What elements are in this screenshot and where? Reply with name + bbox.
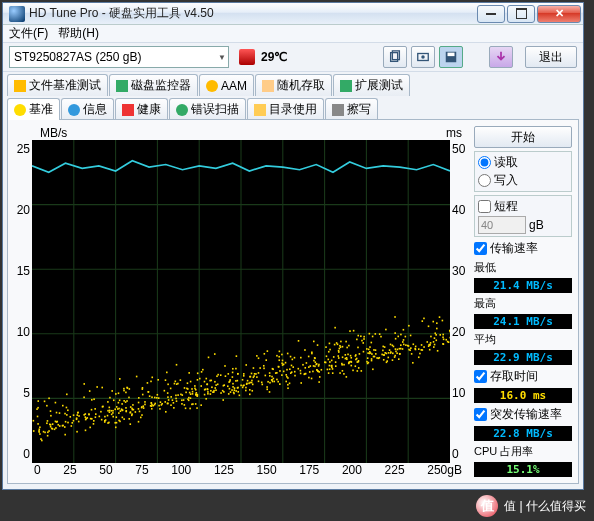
svg-rect-324 <box>222 399 224 401</box>
svg-rect-475 <box>128 418 130 420</box>
svg-rect-264 <box>359 353 361 355</box>
svg-rect-567 <box>289 382 291 384</box>
chk-burst[interactable]: 突发传输速率 <box>474 406 572 423</box>
svg-rect-564 <box>309 371 311 373</box>
svg-rect-20 <box>130 423 132 425</box>
drive-select-value: ST9250827AS (250 gB) <box>14 50 141 64</box>
svg-rect-323 <box>166 372 168 374</box>
min-value: 21.4 MB/s <box>474 278 572 293</box>
svg-rect-471 <box>428 325 430 327</box>
drive-select[interactable]: ST9250827AS (250 gB) ▼ <box>9 46 229 68</box>
radio-write[interactable]: 写入 <box>478 172 568 189</box>
svg-rect-28 <box>272 381 274 383</box>
svg-rect-83 <box>419 353 421 355</box>
tab-disk-monitor[interactable]: 磁盘监控器 <box>109 74 198 96</box>
svg-rect-223 <box>243 373 245 375</box>
maximize-button[interactable] <box>507 5 535 23</box>
svg-rect-343 <box>310 365 312 367</box>
svg-rect-505 <box>89 390 91 392</box>
svg-rect-304 <box>306 362 308 364</box>
svg-rect-169 <box>255 373 257 375</box>
svg-rect-498 <box>59 425 61 427</box>
svg-rect-674 <box>37 400 39 402</box>
svg-rect-31 <box>298 340 300 342</box>
svg-rect-648 <box>272 368 274 370</box>
menu-help[interactable]: 帮助(H) <box>58 25 99 42</box>
svg-rect-550 <box>232 386 234 388</box>
svg-rect-529 <box>409 349 411 351</box>
svg-rect-29 <box>258 357 260 359</box>
svg-rect-712 <box>151 405 153 407</box>
svg-rect-364 <box>214 353 216 355</box>
chart-plot <box>32 140 450 463</box>
svg-rect-691 <box>38 431 40 433</box>
chk-access[interactable]: 存取时间 <box>474 368 572 385</box>
menu-file[interactable]: 文件(F) <box>9 25 48 42</box>
tab-extra-tests[interactable]: 扩展测试 <box>333 74 410 96</box>
svg-rect-164 <box>360 335 362 337</box>
save-button[interactable] <box>439 46 463 68</box>
chk-short[interactable]: 短程 <box>478 198 568 215</box>
svg-rect-588 <box>247 380 249 382</box>
svg-rect-53 <box>228 393 230 395</box>
svg-rect-151 <box>285 381 287 383</box>
y-right-ticks: 50403020100 <box>450 140 468 463</box>
svg-rect-670 <box>95 416 97 418</box>
start-button[interactable]: 开始 <box>474 126 572 148</box>
svg-rect-517 <box>269 375 271 377</box>
tab-folder-usage[interactable]: 目录使用 <box>247 98 324 120</box>
tab-benchmark[interactable]: 基准 <box>7 98 60 120</box>
svg-rect-406 <box>206 384 208 386</box>
watermark-text: 值 | 什么值得买 <box>504 498 586 515</box>
svg-rect-215 <box>311 353 313 355</box>
radio-read[interactable]: 读取 <box>478 154 568 171</box>
svg-rect-513 <box>237 391 239 393</box>
svg-rect-558 <box>367 352 369 354</box>
toolbar: ST9250827AS (250 gB) ▼ 29℃ 退出 <box>3 43 583 72</box>
svg-rect-637 <box>204 394 206 396</box>
random-access-icon <box>262 80 274 92</box>
svg-rect-466 <box>367 363 369 365</box>
screenshot-button[interactable] <box>411 46 435 68</box>
svg-rect-282 <box>345 354 347 356</box>
tab-file-benchmark[interactable]: 文件基准测试 <box>7 74 108 96</box>
svg-rect-348 <box>205 378 207 380</box>
svg-rect-328 <box>73 414 75 416</box>
svg-rect-338 <box>269 372 271 374</box>
chk-transfer[interactable]: 传输速率 <box>474 240 572 257</box>
svg-rect-99 <box>144 401 146 403</box>
svg-rect-618 <box>83 396 85 398</box>
svg-rect-242 <box>294 375 296 377</box>
side-panel: 开始 读取 写入 短程 gB 传输速率 最低 21.4 MB/s 最高 24.1… <box>474 126 572 477</box>
svg-rect-428 <box>429 344 431 346</box>
copy-button[interactable] <box>383 46 407 68</box>
svg-rect-329 <box>111 414 113 416</box>
titlebar[interactable]: HD Tune Pro - 硬盘实用工具 v4.50 <box>3 3 583 25</box>
tab-health[interactable]: 健康 <box>115 98 168 120</box>
svg-rect-603 <box>154 403 156 405</box>
tab-erase[interactable]: 擦写 <box>325 98 378 120</box>
download-button[interactable] <box>489 46 513 68</box>
thermometer-icon <box>239 49 255 65</box>
svg-rect-232 <box>318 365 320 367</box>
svg-rect-617 <box>220 392 222 394</box>
tab-info[interactable]: 信息 <box>61 98 114 120</box>
close-button[interactable] <box>537 5 581 23</box>
tab-random-access[interactable]: 随机存取 <box>255 74 332 96</box>
svg-rect-586 <box>331 365 333 367</box>
exit-button[interactable]: 退出 <box>525 46 577 68</box>
svg-rect-290 <box>261 384 263 386</box>
svg-rect-88 <box>33 420 35 422</box>
short-value <box>478 216 526 234</box>
svg-rect-589 <box>383 359 385 361</box>
tab-error-scan[interactable]: 错误扫描 <box>169 98 246 120</box>
svg-rect-352 <box>126 400 128 402</box>
svg-rect-694 <box>192 391 194 393</box>
minimize-button[interactable] <box>477 5 505 23</box>
svg-rect-553 <box>117 408 119 410</box>
svg-rect-627 <box>300 382 302 384</box>
svg-rect-355 <box>160 401 162 403</box>
svg-rect-132 <box>373 349 375 351</box>
svg-rect-631 <box>276 355 278 357</box>
tab-aam[interactable]: AAM <box>199 74 254 96</box>
